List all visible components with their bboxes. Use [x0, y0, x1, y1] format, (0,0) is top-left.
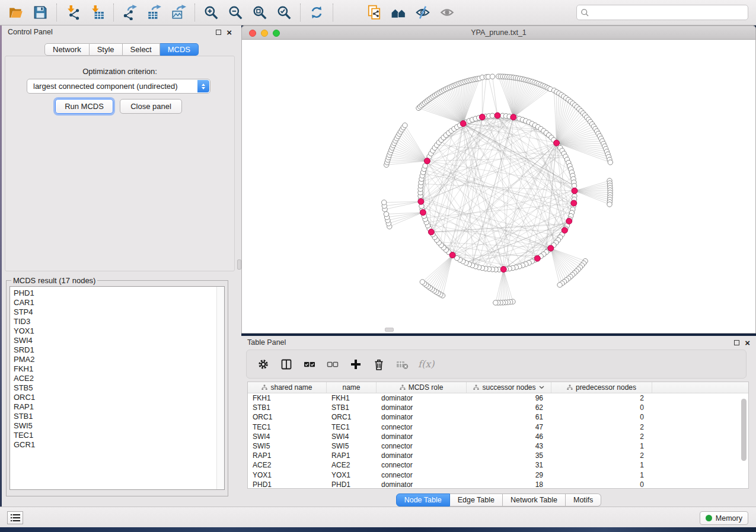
table-row[interactable]: YOX1YOX1connector291 — [248, 470, 748, 480]
save-session-icon[interactable] — [32, 4, 49, 21]
mcds-result-item[interactable]: STP4 — [10, 307, 216, 317]
tab-edge-table[interactable]: Edge Table — [450, 493, 503, 507]
table-row[interactable]: PHD1PHD1dominator180 — [248, 480, 748, 489]
mcds-result-item[interactable]: YOX1 — [10, 326, 216, 336]
task-history-button[interactable] — [7, 511, 23, 524]
memory-button[interactable]: Memory — [700, 511, 748, 525]
zoom-selected-icon[interactable] — [276, 4, 292, 21]
close-panel-icon[interactable]: × — [745, 340, 750, 345]
mcds-result-item[interactable]: SRD1 — [10, 345, 216, 355]
criterion-dropdown[interactable]: largest connected component (undirected) — [27, 79, 210, 94]
mcds-node[interactable] — [554, 140, 560, 146]
mcds-result-item[interactable]: SWI4 — [10, 336, 216, 345]
mcds-result-item[interactable]: ACE2 — [10, 374, 216, 383]
refresh-icon[interactable] — [308, 4, 325, 21]
table-row[interactable]: SWI5SWI5connector431 — [248, 441, 748, 451]
mcds-node[interactable] — [449, 252, 455, 258]
mcds-result-item[interactable]: STB5 — [10, 383, 216, 393]
add-column-icon[interactable] — [349, 357, 363, 371]
show-columns-icon[interactable] — [279, 357, 294, 371]
mcds-result-item[interactable]: SWI5 — [10, 421, 216, 431]
table-row[interactable]: FKH1FKH1dominator962 — [248, 393, 748, 403]
houses-icon[interactable] — [390, 4, 407, 21]
run-mcds-button[interactable]: Run MCDS — [55, 99, 113, 114]
table-row[interactable]: ACE2ACE2connector311 — [248, 460, 748, 470]
mcds-result-item[interactable]: RAP1 — [10, 402, 216, 412]
tab-node-table[interactable]: Node Table — [396, 493, 450, 507]
delete-column-icon[interactable] — [372, 357, 386, 371]
mcds-node[interactable] — [418, 198, 424, 204]
deselect-all-icon[interactable] — [326, 357, 340, 371]
open-file-icon[interactable] — [8, 4, 24, 21]
mcds-node[interactable] — [420, 210, 426, 216]
eye-icon[interactable] — [439, 4, 455, 21]
float-panel-icon[interactable] — [734, 340, 739, 345]
tab-network[interactable]: Network — [44, 43, 90, 56]
tab-style[interactable]: Style — [90, 43, 123, 56]
column-header-shared-name[interactable]: shared name — [248, 382, 327, 393]
table-row[interactable]: STB1STB1dominator620 — [248, 403, 748, 412]
close-panel-button[interactable]: Close panel — [120, 99, 182, 114]
mcds-result-item[interactable]: GCR1 — [10, 440, 216, 450]
column-header-predecessor-nodes[interactable]: predecessor nodes — [551, 382, 652, 393]
mcds-result-item[interactable]: TID3 — [10, 317, 216, 326]
mcds-node[interactable] — [428, 229, 434, 235]
list-scrollbar[interactable] — [216, 287, 224, 489]
export-table-icon[interactable] — [146, 4, 162, 21]
export-image-icon[interactable] — [170, 4, 187, 21]
search-field[interactable] — [576, 5, 748, 20]
table-settings-gear-icon[interactable] — [256, 357, 270, 371]
column-header-successor-nodes[interactable]: successor nodes — [467, 382, 551, 393]
mcds-node[interactable] — [460, 121, 466, 127]
mcds-node[interactable] — [424, 158, 430, 164]
tab-motifs[interactable]: Motifs — [566, 493, 601, 507]
mcds-node[interactable] — [548, 245, 554, 251]
export-network-icon[interactable] — [122, 4, 138, 21]
select-all-icon[interactable] — [302, 357, 317, 371]
mcds-node[interactable] — [534, 255, 540, 261]
mcds-node[interactable] — [479, 114, 485, 120]
mcds-result-item[interactable]: FKH1 — [10, 364, 216, 374]
tab-mcds[interactable]: MCDS — [160, 43, 199, 56]
mcds-result-item[interactable]: STB1 — [10, 412, 216, 421]
column-header-mcds-role[interactable]: MCDS role — [377, 382, 467, 393]
mcds-result-item[interactable]: ORC1 — [10, 393, 216, 402]
clone-network-icon[interactable] — [366, 4, 382, 21]
table-row[interactable]: RAP1RAP1dominator352 — [248, 451, 748, 460]
import-table-icon[interactable] — [89, 4, 106, 21]
column-header-name[interactable]: name — [327, 382, 377, 393]
tab-select[interactable]: Select — [123, 43, 160, 56]
float-panel-icon[interactable] — [216, 30, 221, 35]
mcds-node[interactable] — [572, 188, 578, 194]
network-canvas[interactable] — [242, 40, 755, 334]
zoom-window-icon[interactable] — [273, 30, 280, 37]
mcds-node[interactable] — [511, 114, 516, 120]
splitter-handle[interactable] — [237, 259, 241, 270]
import-network-icon[interactable] — [65, 4, 81, 21]
mcds-result-item[interactable]: CAR1 — [10, 298, 216, 307]
eye-hidden-icon[interactable] — [414, 4, 431, 21]
mcds-node[interactable] — [566, 218, 572, 224]
mcds-node[interactable] — [562, 227, 567, 233]
network-titlebar[interactable]: YPA_prune.txt_1 — [242, 26, 755, 40]
mcds-result-item[interactable]: PHD1 — [10, 289, 216, 298]
table-row[interactable]: SWI4SWI4dominator462 — [248, 432, 748, 441]
table-row[interactable]: TEC1TEC1connector472 — [248, 422, 748, 432]
mcds-node[interactable] — [571, 200, 577, 206]
mcds-result-list[interactable]: PHD1CAR1STP4TID3YOX1SWI4SRD1PMA2FKH1ACE2… — [9, 286, 225, 490]
mcds-result-item[interactable]: PMA2 — [10, 355, 216, 364]
close-window-icon[interactable] — [249, 30, 256, 37]
zoom-out-icon[interactable] — [227, 4, 244, 21]
zoom-fit-icon[interactable] — [251, 4, 268, 21]
table-scrollbar-thumb[interactable] — [741, 399, 747, 461]
mcds-node[interactable] — [495, 113, 500, 118]
splitter-handle-horizontal[interactable] — [385, 328, 394, 332]
mcds-node[interactable] — [500, 267, 506, 273]
search-input[interactable] — [589, 8, 748, 17]
tab-network-table[interactable]: Network Table — [503, 493, 566, 507]
minimize-window-icon[interactable] — [261, 30, 268, 37]
network-nodes[interactable] — [382, 74, 613, 305]
mcds-result-item[interactable]: TEC1 — [10, 431, 216, 440]
close-panel-icon[interactable]: × — [227, 30, 232, 35]
table-row[interactable]: ORC1ORC1dominator610 — [248, 412, 748, 422]
